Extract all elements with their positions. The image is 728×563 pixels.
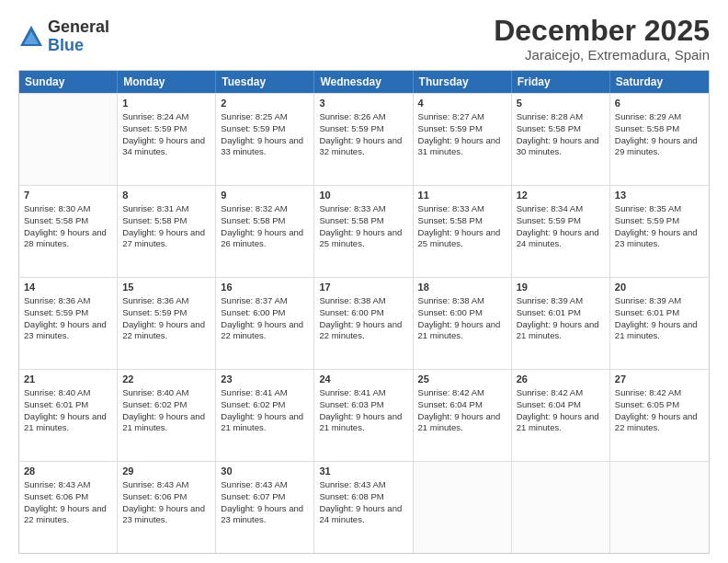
calendar-cell: 9Sunrise: 8:32 AMSunset: 5:58 PMDaylight… — [216, 186, 314, 277]
page: General Blue December 2025 Jaraicejo, Ex… — [0, 0, 728, 563]
day-number: 10 — [319, 189, 407, 202]
calendar-cell: 14Sunrise: 8:36 AMSunset: 5:59 PMDayligh… — [19, 278, 118, 369]
sunrise-text: Sunrise: 8:36 AM — [24, 295, 90, 305]
calendar-day-header: Tuesday — [216, 71, 314, 93]
sunset-text: Sunset: 6:01 PM — [24, 399, 88, 409]
sunset-text: Sunset: 6:00 PM — [319, 307, 383, 317]
daylight-text: Daylight: 9 hours and 33 minutes. — [221, 135, 303, 157]
daylight-text: Daylight: 9 hours and 30 minutes. — [517, 135, 599, 157]
sunset-text: Sunset: 5:59 PM — [418, 123, 483, 133]
sunrise-text: Sunrise: 8:32 AM — [221, 203, 287, 213]
calendar-cell: 27Sunrise: 8:42 AMSunset: 6:05 PMDayligh… — [610, 370, 709, 461]
sunset-text: Sunset: 5:58 PM — [221, 215, 285, 225]
sunset-text: Sunset: 6:04 PM — [418, 399, 483, 409]
sunrise-text: Sunrise: 8:43 AM — [122, 479, 188, 489]
sunset-text: Sunset: 6:00 PM — [418, 307, 483, 317]
calendar-cell: 16Sunrise: 8:37 AMSunset: 6:00 PMDayligh… — [216, 278, 314, 369]
daylight-text: Daylight: 9 hours and 27 minutes. — [122, 227, 205, 249]
sunrise-text: Sunrise: 8:25 AM — [221, 111, 287, 121]
daylight-text: Daylight: 9 hours and 21 minutes. — [24, 411, 107, 433]
daylight-text: Daylight: 9 hours and 23 minutes. — [24, 319, 107, 341]
sunrise-text: Sunrise: 8:30 AM — [24, 203, 90, 213]
daylight-text: Daylight: 9 hours and 22 minutes. — [221, 319, 303, 341]
main-title: December 2025 — [494, 15, 710, 47]
daylight-text: Daylight: 9 hours and 24 minutes. — [319, 503, 402, 525]
calendar-day-header: Wednesday — [314, 71, 413, 93]
calendar-cell: 7Sunrise: 8:30 AMSunset: 5:58 PMDaylight… — [19, 186, 118, 277]
daylight-text: Daylight: 9 hours and 21 minutes. — [122, 411, 205, 433]
logo-blue-text: Blue — [48, 37, 109, 55]
calendar-cell: 19Sunrise: 8:39 AMSunset: 6:01 PMDayligh… — [512, 278, 610, 369]
calendar-cell: 30Sunrise: 8:43 AMSunset: 6:07 PMDayligh… — [216, 462, 314, 553]
calendar-week-row: 28Sunrise: 8:43 AMSunset: 6:06 PMDayligh… — [19, 461, 709, 553]
day-number: 7 — [24, 189, 112, 202]
day-number: 3 — [319, 97, 407, 110]
daylight-text: Daylight: 9 hours and 22 minutes. — [24, 503, 107, 525]
title-block: December 2025 Jaraicejo, Extremadura, Sp… — [494, 15, 710, 63]
calendar-day-header: Sunday — [19, 71, 118, 93]
sunset-text: Sunset: 6:03 PM — [319, 399, 383, 409]
calendar-cell: 15Sunrise: 8:36 AMSunset: 5:59 PMDayligh… — [118, 278, 216, 369]
daylight-text: Daylight: 9 hours and 29 minutes. — [615, 135, 698, 157]
daylight-text: Daylight: 9 hours and 25 minutes. — [418, 227, 501, 249]
daylight-text: Daylight: 9 hours and 23 minutes. — [221, 503, 303, 525]
calendar-cell: 11Sunrise: 8:33 AMSunset: 5:58 PMDayligh… — [414, 186, 512, 277]
daylight-text: Daylight: 9 hours and 23 minutes. — [615, 227, 698, 249]
daylight-text: Daylight: 9 hours and 32 minutes. — [319, 135, 402, 157]
sunset-text: Sunset: 5:59 PM — [122, 307, 187, 317]
calendar: SundayMondayTuesdayWednesdayThursdayFrid… — [18, 70, 710, 554]
sunrise-text: Sunrise: 8:41 AM — [319, 387, 385, 397]
daylight-text: Daylight: 9 hours and 21 minutes. — [517, 411, 599, 433]
calendar-cell: 24Sunrise: 8:41 AMSunset: 6:03 PMDayligh… — [314, 370, 413, 461]
daylight-text: Daylight: 9 hours and 22 minutes. — [615, 411, 698, 433]
subtitle: Jaraicejo, Extremadura, Spain — [494, 47, 710, 63]
calendar-cell: 1Sunrise: 8:24 AMSunset: 5:59 PMDaylight… — [118, 94, 216, 185]
sunset-text: Sunset: 5:58 PM — [615, 123, 679, 133]
calendar-cell: 3Sunrise: 8:26 AMSunset: 5:59 PMDaylight… — [314, 94, 413, 185]
sunrise-text: Sunrise: 8:33 AM — [319, 203, 385, 213]
logo-text: General Blue — [48, 18, 109, 55]
sunset-text: Sunset: 5:58 PM — [24, 215, 88, 225]
calendar-cell: 18Sunrise: 8:38 AMSunset: 6:00 PMDayligh… — [414, 278, 512, 369]
calendar-day-header: Saturday — [610, 71, 709, 93]
daylight-text: Daylight: 9 hours and 21 minutes. — [418, 411, 501, 433]
sunset-text: Sunset: 5:58 PM — [122, 215, 187, 225]
calendar-week-row: 7Sunrise: 8:30 AMSunset: 5:58 PMDaylight… — [19, 185, 709, 277]
sunset-text: Sunset: 5:59 PM — [517, 215, 581, 225]
calendar-cell: 4Sunrise: 8:27 AMSunset: 5:59 PMDaylight… — [414, 94, 512, 185]
daylight-text: Daylight: 9 hours and 34 minutes. — [122, 135, 205, 157]
sunrise-text: Sunrise: 8:28 AM — [517, 111, 583, 121]
calendar-cell: 26Sunrise: 8:42 AMSunset: 6:04 PMDayligh… — [512, 370, 610, 461]
day-number: 11 — [418, 189, 506, 202]
calendar-cell — [610, 462, 709, 553]
daylight-text: Daylight: 9 hours and 21 minutes. — [221, 411, 303, 433]
day-number: 20 — [615, 281, 704, 294]
sunrise-text: Sunrise: 8:37 AM — [221, 295, 287, 305]
calendar-cell: 31Sunrise: 8:43 AMSunset: 6:08 PMDayligh… — [314, 462, 413, 553]
sunrise-text: Sunrise: 8:40 AM — [24, 387, 90, 397]
day-number: 4 — [418, 97, 506, 110]
calendar-cell: 13Sunrise: 8:35 AMSunset: 5:59 PMDayligh… — [610, 186, 709, 277]
calendar-cell: 22Sunrise: 8:40 AMSunset: 6:02 PMDayligh… — [118, 370, 216, 461]
sunset-text: Sunset: 6:06 PM — [24, 491, 88, 501]
sunrise-text: Sunrise: 8:42 AM — [615, 387, 681, 397]
sunset-text: Sunset: 5:59 PM — [221, 123, 285, 133]
daylight-text: Daylight: 9 hours and 22 minutes. — [319, 319, 402, 341]
calendar-week-row: 14Sunrise: 8:36 AMSunset: 5:59 PMDayligh… — [19, 277, 709, 369]
logo-icon — [18, 24, 44, 50]
day-number: 29 — [122, 465, 210, 478]
sunset-text: Sunset: 6:01 PM — [517, 307, 581, 317]
calendar-day-header: Monday — [118, 71, 216, 93]
calendar-cell: 10Sunrise: 8:33 AMSunset: 5:58 PMDayligh… — [314, 186, 413, 277]
daylight-text: Daylight: 9 hours and 24 minutes. — [517, 227, 599, 249]
calendar-body: 1Sunrise: 8:24 AMSunset: 5:59 PMDaylight… — [19, 93, 709, 553]
day-number: 6 — [615, 97, 704, 110]
sunrise-text: Sunrise: 8:31 AM — [122, 203, 188, 213]
sunset-text: Sunset: 5:58 PM — [517, 123, 581, 133]
daylight-text: Daylight: 9 hours and 21 minutes. — [517, 319, 599, 341]
sunrise-text: Sunrise: 8:33 AM — [418, 203, 484, 213]
calendar-cell: 17Sunrise: 8:38 AMSunset: 6:00 PMDayligh… — [314, 278, 413, 369]
sunrise-text: Sunrise: 8:27 AM — [418, 111, 484, 121]
sunrise-text: Sunrise: 8:42 AM — [517, 387, 583, 397]
calendar-cell — [512, 462, 610, 553]
